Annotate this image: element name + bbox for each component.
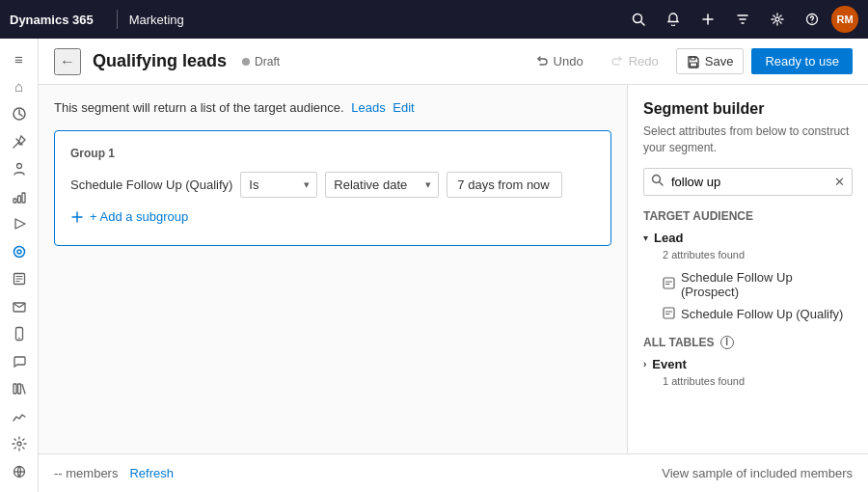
svg-rect-11 [22,193,25,203]
lead-group: ▾ Lead 2 attributes found Schedule Follo… [643,231,853,326]
event-group-name: Event [652,357,686,371]
lead-found-text: 2 attributes found [663,249,853,260]
add-icon[interactable] [692,4,723,35]
left-sidebar: ≡ ⌂ [0,39,39,492]
svg-rect-27 [690,63,696,67]
lead-group-header[interactable]: ▾ Lead [643,231,853,245]
svg-rect-9 [14,199,16,203]
svg-point-13 [17,250,21,254]
search-icon [651,174,664,189]
operator-select[interactable]: Is Is not [240,172,317,198]
page-title: Qualifying leads [93,51,227,71]
all-tables-label: All tables [643,336,715,349]
sidebar-library-icon[interactable] [2,376,37,402]
svg-rect-10 [17,196,20,203]
undo-button[interactable]: Undo [526,49,593,73]
all-tables-info-icon[interactable]: i [720,336,734,349]
main-layout: ≡ ⌂ [0,39,868,492]
user-avatar[interactable]: RM [831,6,858,33]
sidebar-settings2-icon[interactable] [2,431,37,457]
sidebar-recent-icon[interactable] [2,101,37,127]
footer-sample: View sample of included members [662,466,853,480]
ready-to-use-button[interactable]: Ready to use [751,48,853,74]
status-text: Draft [255,55,280,68]
notifications-icon[interactable] [658,4,689,35]
footer: -- members Refresh View sample of includ… [39,453,868,492]
add-subgroup-label: + Add a subgroup [90,209,188,224]
date-type-dropdown[interactable]: Relative date Absolute date [325,172,439,198]
segment-builder-title: Segment builder [643,100,853,118]
svg-point-20 [18,338,20,340]
attribute-qualify[interactable]: Schedule Follow Up (Qualify) [643,303,853,326]
add-subgroup-button[interactable]: + Add a subgroup [70,209,595,224]
svg-point-8 [16,164,21,169]
redo-button[interactable]: Redo [601,49,668,73]
status-dot [242,58,250,66]
svg-rect-32 [664,278,674,288]
save-button[interactable]: Save [676,48,745,74]
svg-rect-21 [14,384,16,394]
event-found-text: 1 attributes found [663,375,853,387]
sidebar-analytics-icon[interactable] [2,404,37,430]
target-audience-label: Target audience [643,209,853,223]
sidebar-home-icon[interactable]: ⌂ [2,74,37,100]
sidebar-globe-icon[interactable] [2,459,37,485]
svg-line-1 [641,22,645,26]
undo-label: Undo [554,54,583,68]
sidebar-segments-icon[interactable] [2,239,37,265]
attribute-prospect[interactable]: Schedule Follow Up (Prospect) [643,266,853,303]
svg-point-23 [17,442,21,446]
sidebar-menu-icon[interactable]: ≡ [2,46,37,72]
sidebar-phone-icon[interactable] [2,321,37,347]
redo-label: Redo [629,54,659,68]
segment-builder-panel: Segment builder Select attributes from b… [627,85,868,453]
search-container: ✕ [643,168,853,196]
lead-group-name: Lead [654,231,683,245]
save-label: Save [705,54,734,68]
sidebar-forms-icon[interactable] [2,266,37,292]
back-button[interactable]: ← [54,48,81,75]
help-icon[interactable] [797,4,827,35]
brand-title: Dynamics 365 [10,13,94,27]
event-chevron-icon: › [643,359,646,369]
audience-link[interactable]: Leads [351,100,385,115]
sidebar-leads-icon[interactable] [2,184,37,210]
operator-dropdown[interactable]: Is Is not [240,172,317,198]
svg-point-6 [812,22,813,23]
svg-point-12 [14,246,24,257]
sidebar-pin-icon[interactable] [2,129,37,155]
group-label: Group 1 [70,147,595,160]
attribute-qualify-icon [663,307,675,322]
search-input[interactable] [643,168,853,196]
condition-field: Schedule Follow Up (Qualify) [70,178,232,192]
ready-label: Ready to use [765,54,839,68]
attribute-qualify-label: Schedule Follow Up (Qualify) [681,307,843,321]
content-area: ← Qualifying leads Draft Undo Redo Save [39,39,868,492]
attribute-prospect-label: Schedule Follow Up (Prospect) [681,270,849,299]
event-group-header[interactable]: › Event [643,357,853,371]
segment-main: This segment will return a list of the t… [39,85,627,453]
svg-rect-22 [17,384,20,394]
top-nav-icons: RM [623,4,858,35]
page-body: This segment will return a list of the t… [39,85,868,453]
filter-icon[interactable] [727,4,758,35]
svg-point-4 [775,17,779,21]
svg-rect-26 [691,57,695,60]
nav-divider [117,10,118,29]
refresh-link[interactable]: Refresh [129,466,174,480]
sidebar-contacts-icon[interactable] [2,156,37,182]
sidebar-chat-icon[interactable] [2,349,37,375]
edit-link[interactable]: Edit [393,100,414,115]
all-tables-header: All tables i [643,336,853,349]
toolbar: ← Qualifying leads Draft Undo Redo Save [39,39,868,85]
lead-chevron-icon: ▾ [643,232,648,243]
clear-search-icon[interactable]: ✕ [834,175,845,189]
search-icon[interactable] [623,4,654,35]
sidebar-play-icon[interactable] [2,211,37,237]
info-bar: This segment will return a list of the t… [54,100,611,115]
date-type-select[interactable]: Relative date Absolute date [325,172,439,198]
settings-icon[interactable] [762,4,793,35]
svg-line-31 [660,182,664,186]
svg-rect-35 [664,308,674,318]
sidebar-email-icon[interactable] [2,294,37,320]
